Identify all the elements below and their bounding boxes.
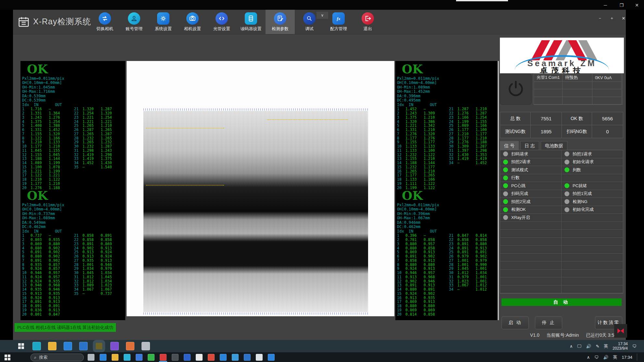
measurement-row: 30.8690.880 (22, 242, 67, 246)
start-button[interactable] (17, 342, 25, 350)
measurement-row: 141.0891.199 (22, 161, 67, 165)
measurement-row: 21.2431.309 (397, 111, 442, 115)
app-maximize-button[interactable]: ＋ (608, 15, 616, 21)
tray-chevron-icon[interactable]: ∧ (570, 344, 573, 349)
toolbar-item-fx[interactable]: fx配方管理 (324, 10, 353, 34)
table-column-header: Idx IN OUT (20, 103, 125, 107)
edge-browser-icon[interactable] (32, 342, 41, 350)
signal-row: 扫码请求拍照1请求 (500, 150, 623, 158)
outer-close-button[interactable]: ✕ (630, 1, 643, 9)
measurement-row: 91.2101.133 (22, 140, 67, 144)
signal-cell-empty (562, 277, 623, 285)
signal-XRay开启: XRay开启 (500, 214, 562, 222)
tube-cell: 光管1 Com1 (534, 74, 563, 82)
xray-power-button[interactable] (500, 74, 532, 105)
xray-app-window: X-Ray检测系统 切换相机账号管理系统设置相机设置光管设置读码器设置检测参数调… (13, 10, 626, 340)
toolbar-item-camera[interactable]: 相机设置 (178, 10, 207, 34)
app-close-button[interactable]: ✕ (619, 15, 628, 21)
toolbar-item-doc-edit[interactable]: 检测参数 (266, 10, 295, 34)
pen-icon[interactable]: ✎ (596, 344, 599, 349)
table-column-header: Idx IN OUT (20, 229, 125, 234)
measurement-row: 60.8910.902 (397, 254, 442, 259)
measurement-row: 100.9460.957 (22, 271, 67, 275)
xray-app-icon[interactable] (95, 342, 103, 350)
action-center-icon[interactable]: 🗨 (632, 344, 637, 349)
toolbar-item-gear[interactable]: 系统设置 (149, 10, 178, 34)
pinned-app-7-icon[interactable] (160, 354, 167, 361)
outer-minimize-button[interactable]: ─ (599, 1, 612, 9)
measurement-header-line: Pxl2mm=0.011mm/pix (20, 77, 125, 81)
pinned-app-6-icon[interactable] (148, 354, 155, 361)
tray2-clock[interactable]: 17:34 (622, 355, 632, 360)
measurement-row: 50.8690.913 (397, 250, 442, 254)
language-indicator[interactable]: 英 (604, 343, 608, 349)
app-purple-icon[interactable] (110, 342, 119, 350)
signal-cell-empty (562, 285, 623, 293)
pinned-app-13-icon[interactable] (232, 354, 239, 361)
measurement-row: 40.8800.858 (397, 246, 442, 250)
button-启动[interactable]: 启 动 (502, 316, 529, 329)
pinned-app-16-icon[interactable] (268, 354, 275, 361)
show-desktop-button[interactable] (637, 354, 638, 361)
clock[interactable]: 17:342023/9/4 (613, 342, 628, 351)
tube-cell (563, 82, 592, 90)
measurement-header-line: OH[0.10mm~4.00mm] (395, 81, 499, 85)
volume-icon[interactable]: 🔊 (586, 344, 591, 349)
signal-row: 行数 (500, 174, 623, 182)
signal-indicator-dot (564, 167, 569, 172)
mail-icon[interactable] (79, 342, 88, 350)
tab-信号[interactable]: 信 号 (500, 141, 519, 150)
pinned-app-9-icon[interactable] (184, 354, 191, 361)
signal-cell-empty (500, 222, 562, 230)
outer-maximize-button[interactable]: ❐ (615, 1, 628, 9)
pinned-app-15-icon[interactable] (256, 354, 263, 361)
measurement-row: 120.9020.946 (397, 279, 442, 284)
toolbar-item-label: 配方管理 (330, 26, 347, 32)
pinned-app-4-icon[interactable] (124, 354, 130, 361)
app-orange-icon[interactable] (126, 342, 134, 350)
measurement-row: 130.9460.968 (22, 283, 67, 287)
signal-label: 扫码请求 (511, 151, 528, 157)
tab-电池数据[interactable]: 电池数据 (541, 141, 567, 150)
annotation-ticks-top (143, 108, 368, 111)
tray2-chat-icon[interactable]: 🗨 (594, 355, 599, 360)
pinned-app-10-icon[interactable] (196, 354, 203, 361)
pinned-app-11-icon[interactable] (208, 354, 215, 361)
store-icon[interactable] (64, 342, 72, 350)
pinned-app-12-icon[interactable] (220, 354, 227, 361)
pinned-app-1-icon[interactable] (88, 354, 94, 361)
tray2-chevron-icon[interactable]: ∧ (587, 355, 590, 360)
signal-row-empty (500, 238, 623, 246)
measurement-row: 270.9350.913 (74, 259, 119, 263)
toolbar-item-swap[interactable]: 切换相机 (90, 10, 119, 34)
tray2-volume-icon[interactable]: 🔊 (603, 355, 608, 360)
measurement-row: 60.8800.902 (22, 254, 67, 259)
search-box[interactable]: ⌕ 搜索 (31, 354, 84, 361)
pinned-app-5-icon[interactable] (136, 354, 142, 361)
pinned-app-14-icon[interactable] (244, 354, 251, 361)
result-block-right-bottom: OKPxl2mm=0.011mm/pixOH[0.10mm~4.00mm]OH-… (395, 188, 499, 234)
tray2-language-indicator[interactable]: 英 (613, 354, 617, 360)
pinned-app-8-icon[interactable] (172, 354, 179, 361)
pinned-app-2-icon[interactable] (100, 354, 106, 361)
app-minimize-button[interactable]: － (596, 15, 604, 21)
toolbar-collapse-button[interactable]: ∨ (316, 12, 328, 19)
file-explorer-icon[interactable] (48, 342, 56, 350)
toolbar-item-code[interactable]: 光管设置 (207, 10, 236, 34)
app-gray-icon[interactable] (142, 342, 150, 350)
measurement-row: 301.0451.034 (74, 271, 119, 275)
signal-indicator-dot (503, 183, 508, 188)
toolbar-item-reader[interactable]: 读码器设置 (236, 10, 266, 34)
button-停止[interactable]: 停 止 (535, 316, 562, 329)
toolbar-item-user[interactable]: 账号管理 (119, 10, 149, 34)
measurement-row: 221.2541.320 (74, 111, 119, 115)
measurement-row: 80.8800.880 (397, 263, 442, 267)
monitor-icon[interactable]: 🖵 (577, 344, 582, 349)
tab-日志[interactable]: 日 志 (520, 141, 539, 150)
measurement-row: 51.4081.388 (22, 124, 67, 128)
start-button-2[interactable] (5, 355, 10, 360)
pinned-app-3-icon[interactable] (112, 354, 118, 361)
toolbar-item-exit[interactable]: 退出 (353, 10, 382, 34)
measurement-row: 111.1331.100 (397, 149, 442, 153)
measurement-row: 34–1.012 (449, 287, 494, 292)
